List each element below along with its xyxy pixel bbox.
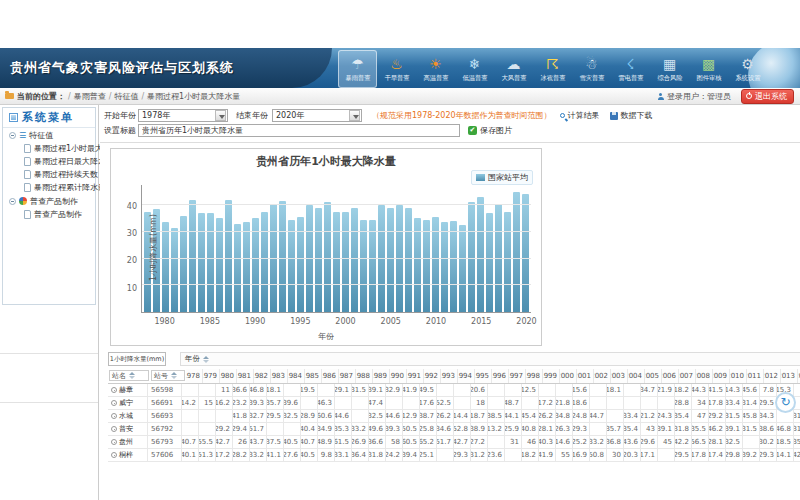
toolbar-item-大风普查[interactable]: ☁大风普查 <box>494 50 533 88</box>
year-header[interactable]: 1987 <box>339 369 356 383</box>
year-header[interactable]: 1990 <box>390 369 407 383</box>
year-header[interactable]: 1979 <box>203 369 220 383</box>
year-header[interactable]: 1980 <box>220 369 237 383</box>
year-header[interactable]: 1992 <box>424 369 441 383</box>
sidebar-item-暴雨过程累计降水量[interactable]: 暴雨过程累计降水量 <box>3 181 95 194</box>
year-header[interactable]: 2008 <box>696 369 713 383</box>
year-header[interactable]: 2001 <box>577 369 594 383</box>
value-cell: 38.6 <box>760 423 777 435</box>
toolbar-item-干旱普查[interactable]: ♨干旱普查 <box>377 50 416 88</box>
value-cell: 17.2 <box>216 449 233 461</box>
toolbar-item-图件审核[interactable]: ▩图件审核 <box>689 50 728 88</box>
sidebar-item-暴雨过程日最大降水量[interactable]: 暴雨过程日最大降水量 <box>3 155 95 168</box>
toolbar-item-雷电普查[interactable]: ☇雷电普查 <box>611 50 650 88</box>
year-header[interactable]: 2013 <box>781 369 798 383</box>
measure-selector[interactable]: 1小时降水量(mm) <box>108 352 166 366</box>
toolbar-item-雪灾普查[interactable]: ☃雪灾普查 <box>572 50 611 88</box>
year-header[interactable]: 1985 <box>305 369 322 383</box>
station-name-header[interactable]: 站名 <box>109 370 149 381</box>
year-header[interactable]: 1983 <box>271 369 288 383</box>
radio-icon[interactable] <box>111 400 117 406</box>
year-header[interactable]: 1982 <box>254 369 271 383</box>
page-icon <box>24 210 31 219</box>
toolbar-item-暴雨普查[interactable]: ☂暴雨普查 <box>338 50 377 88</box>
year-header[interactable]: 2005 <box>645 369 662 383</box>
year-header[interactable]: 1998 <box>526 369 543 383</box>
year-header[interactable]: 1978 <box>186 369 203 383</box>
year-header[interactable]: 1993 <box>441 369 458 383</box>
year-header[interactable]: 1989 <box>373 369 390 383</box>
low-temp-icon: ❄ <box>469 57 481 73</box>
station-id-header[interactable]: 站号 <box>151 370 185 381</box>
year-header[interactable]: 2011 <box>747 369 764 383</box>
year-header[interactable]: 2007 <box>679 369 696 383</box>
year-header[interactable]: 1995 <box>475 369 492 383</box>
radio-icon[interactable] <box>111 413 117 419</box>
station-id-cell: 56691 <box>148 397 182 409</box>
year-header[interactable]: 2000 <box>560 369 577 383</box>
value-cell: 58 <box>386 436 403 448</box>
radio-icon[interactable] <box>111 387 117 393</box>
value-cell: 46.3 <box>318 397 335 409</box>
radio-icon[interactable] <box>111 452 117 458</box>
breadcrumb-item[interactable]: 特征值 <box>114 92 138 101</box>
product-icon <box>19 197 27 205</box>
value-cell: 41.9 <box>539 449 556 461</box>
year-header[interactable]: 1996 <box>492 369 509 383</box>
sidebar-group-特征值[interactable]: ☰特征值 <box>3 128 95 142</box>
year-header[interactable]: 1984 <box>288 369 305 383</box>
sort-icon[interactable] <box>203 356 209 363</box>
sidebar-item-普查产品制作[interactable]: 普查产品制作 <box>3 208 95 221</box>
value-cell: 17.2 <box>539 397 556 409</box>
start-year-select[interactable]: 1978年 <box>138 109 228 122</box>
sidebar-group-普查产品制作[interactable]: 普查产品制作 <box>3 194 95 208</box>
value-cell: 40.3 <box>539 436 556 448</box>
year-header[interactable]: 2009 <box>713 369 730 383</box>
sort-icon[interactable] <box>129 372 135 379</box>
sidebar-item-暴雨过程1小时最大降水量[interactable]: 暴雨过程1小时最大降水量 <box>3 142 95 155</box>
sort-icon[interactable] <box>171 372 177 379</box>
year-header[interactable]: 1999 <box>543 369 560 383</box>
toolbar-item-冰雹普查[interactable]: ☈冰雹普查 <box>533 50 572 88</box>
collapse-toggle-icon[interactable] <box>9 132 16 139</box>
calc-result-button[interactable]: 计算结果 <box>560 110 600 121</box>
year-header[interactable]: 2002 <box>594 369 611 383</box>
end-year-select[interactable]: 2020年 <box>272 109 362 122</box>
value-cell: 33.4 <box>624 410 641 422</box>
sidebar-item-暴雨过程持续天数[interactable]: 暴雨过程持续天数 <box>3 168 95 181</box>
year-header[interactable]: 1994 <box>458 369 475 383</box>
value-cell: 36.6 <box>369 436 386 448</box>
toolbar-item-系统设置[interactable]: ⚙系统设置 <box>728 50 767 88</box>
year-header[interactable]: 1991 <box>407 369 424 383</box>
chart-title-input[interactable] <box>138 124 460 137</box>
value-cell: 33.2 <box>352 423 369 435</box>
menu-icon <box>9 113 18 122</box>
toolbar-item-综合风险[interactable]: ▦综合风险 <box>650 50 689 88</box>
toolbar-item-高温普查[interactable]: ☀高温普查 <box>416 50 455 88</box>
year-header[interactable]: 2010 <box>730 369 747 383</box>
station-name: 威宁 <box>119 398 133 408</box>
year-header[interactable]: 2006 <box>662 369 679 383</box>
pivot-year-header[interactable]: 年份 <box>180 352 800 366</box>
year-header[interactable]: 2012 <box>764 369 781 383</box>
chart-legend[interactable]: 国家站平均 <box>471 170 533 185</box>
refresh-icon[interactable]: ↻ <box>775 392 796 413</box>
toolbar-item-低温普查[interactable]: ❄低温普查 <box>455 50 494 88</box>
radio-icon[interactable] <box>111 439 117 445</box>
data-download-button[interactable]: 数据下载 <box>610 110 653 121</box>
year-header[interactable]: 2003 <box>611 369 628 383</box>
year-header[interactable]: 1981 <box>237 369 254 383</box>
bar <box>333 212 340 312</box>
year-header[interactable]: 2004 <box>628 369 645 383</box>
breadcrumb-item[interactable]: 暴雨过程1小时最大降水量 <box>147 92 240 101</box>
year-header[interactable]: 1997 <box>509 369 526 383</box>
year-header[interactable]: 1988 <box>356 369 373 383</box>
year-header[interactable]: 1986 <box>322 369 339 383</box>
logout-button[interactable]: 退出系统 <box>741 89 794 104</box>
value-cell <box>454 384 471 396</box>
collapse-toggle-icon[interactable] <box>9 198 16 205</box>
table-row: 赫章565981136.646.818.119.529.131.539.132.… <box>108 384 800 397</box>
radio-icon[interactable] <box>111 426 117 432</box>
breadcrumb-item[interactable]: 暴雨普查 <box>74 92 106 101</box>
save-image-button[interactable]: ✔ 保存图片 <box>468 125 512 136</box>
